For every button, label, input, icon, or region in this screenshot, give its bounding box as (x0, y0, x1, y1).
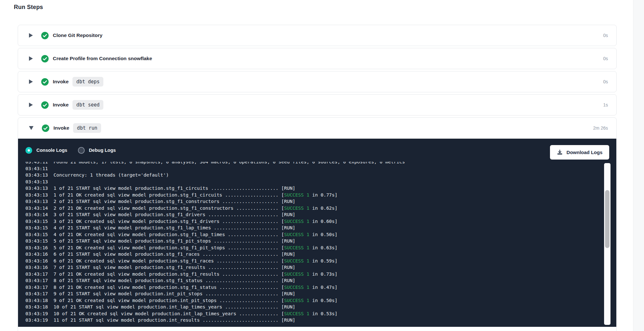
step-duration: 0s (603, 56, 608, 61)
log-line: 03:43:15 4 of 21 OK created sql view mod… (25, 231, 616, 238)
step-command-badge: dbt run (73, 123, 101, 133)
log-timestamp: 03:43:18 (25, 298, 48, 303)
success-check-icon (42, 124, 49, 132)
step-label: Invoke (53, 125, 69, 131)
log-status-success: SUCCESS 1 (284, 219, 309, 224)
chevron-right-icon[interactable] (29, 56, 33, 61)
log-message: 8 of 21 START sql view model production.… (53, 278, 278, 283)
log-line: 03:43:13 (25, 179, 616, 185)
log-line: 03:43:11 (25, 165, 616, 172)
log-timestamp: 03:43:14 (25, 212, 48, 217)
log-line: 03:43:11 Found 21 models, 17 tests, 0 sn… (25, 162, 616, 165)
log-timestamp: 03:43:16 (25, 245, 48, 250)
log-line: 03:43:17 8 of 21 START sql view model pr… (25, 277, 616, 284)
log-timestamp: 03:43:11 (25, 166, 48, 171)
log-status-tail: RUN] (284, 186, 295, 191)
log-line: 03:43:17 9 of 21 START sql view model pr… (25, 290, 616, 297)
log-timestamp: 03:43:17 (25, 291, 48, 296)
step-row[interactable]: Invokedbt seed1s (18, 95, 616, 115)
log-message: 7 of 21 START sql view model production.… (53, 265, 278, 270)
log-message: 11 of 21 START sql view model production… (53, 317, 278, 323)
log-status-tail: RUN] (284, 265, 295, 270)
console-toolbar: Console Logs Debug Logs Download Logs (18, 139, 616, 162)
download-icon (557, 149, 563, 155)
radio-selected-icon[interactable] (25, 147, 32, 154)
step-duration: 0s (603, 33, 608, 38)
log-message: 3 of 21 OK created sql view model produc… (53, 219, 278, 224)
log-timestamp: 03:43:13 (25, 172, 48, 178)
log-scrollbar-track[interactable] (604, 163, 611, 325)
step-row[interactable]: Invokedbt deps0s (18, 71, 616, 92)
console-logs-radio[interactable]: Console Logs (25, 147, 67, 154)
success-check-icon (41, 55, 49, 62)
step-label: Create Profile from Connection snowflake (53, 56, 152, 61)
step-row[interactable]: Invokedbt run2m 26s (18, 118, 616, 138)
log-line: 03:43:16 7 of 21 START sql view model pr… (25, 264, 616, 271)
log-timestamp: 03:43:15 (25, 238, 48, 244)
log-timestamp: 03:43:18 (25, 304, 48, 309)
log-timestamp: 03:43:19 (25, 317, 48, 323)
log-line: 03:43:13 2 of 21 START sql view model pr… (25, 198, 616, 205)
step-card: Invokedbt run2m 26s Console Logs Debug L… (18, 117, 617, 331)
log-message: Found 21 models, 17 tests, 0 snapshots, … (53, 162, 405, 164)
log-message: 6 of 21 OK created sql view model produc… (53, 258, 278, 263)
chevron-right-icon[interactable] (29, 79, 33, 84)
log-message: Concurrency: 1 threads (target='default'… (53, 172, 169, 178)
log-timestamp: 03:43:17 (25, 285, 48, 290)
log-message: 6 of 21 START sql view model production.… (53, 252, 278, 257)
chevron-right-icon[interactable] (29, 103, 33, 107)
log-line: 03:43:13 1 of 21 START sql view model pr… (25, 185, 616, 192)
success-check-icon (41, 101, 49, 109)
log-message: 5 of 21 OK created sql view model produc… (53, 245, 278, 250)
log-message: 10 of 21 OK created sql view model produ… (53, 311, 278, 316)
step-card: Clone Git Repository0s (18, 25, 617, 46)
log-timestamp: 03:43:13 (25, 179, 48, 184)
debug-logs-radio[interactable]: Debug Logs (78, 147, 116, 154)
debug-logs-label: Debug Logs (89, 148, 116, 153)
log-line: 03:43:15 3 of 21 OK created sql view mod… (25, 218, 616, 225)
log-status-tail: in 0.77s] (309, 192, 337, 198)
log-timestamp: 03:43:13 (25, 192, 48, 198)
log-status-tail: RUN] (284, 317, 295, 323)
log-line: 03:43:14 2 of 21 OK created sql view mod… (25, 205, 616, 212)
log-status-tail: in 0.73s] (309, 271, 337, 277)
log-timestamp: 03:43:19 (25, 311, 48, 316)
log-status-tail: RUN] (284, 212, 295, 217)
page-gutter (633, 0, 644, 331)
console-logs-label: Console Logs (36, 148, 67, 153)
log-timestamp: 03:43:16 (25, 258, 48, 263)
log-status-tail: in 0.50s] (309, 232, 337, 237)
log-status-success: SUCCESS 1 (284, 258, 309, 263)
log-timestamp: 03:43:17 (25, 278, 48, 283)
step-card: Invokedbt seed1s (18, 94, 617, 115)
step-command-badge: dbt deps (72, 77, 103, 87)
log-status-tail: in 0.47s] (309, 285, 337, 290)
chevron-right-icon[interactable] (29, 33, 33, 38)
log-status-tail: RUN] (284, 199, 295, 204)
radio-unselected-icon[interactable] (78, 147, 85, 154)
log-status-success: SUCCESS 1 (284, 271, 309, 277)
log-message: 7 of 21 OK created sql view model produc… (53, 271, 278, 277)
log-message: 4 of 21 START sql view model production.… (53, 225, 278, 230)
step-row[interactable]: Create Profile from Connection snowflake… (18, 48, 616, 69)
log-status-tail: RUN] (284, 278, 295, 283)
download-logs-button[interactable]: Download Logs (550, 145, 609, 160)
log-line: 03:43:17 8 of 21 OK created sql view mod… (25, 284, 616, 291)
log-message: 10 of 21 START sql view model production… (53, 304, 278, 309)
chevron-down-icon[interactable] (29, 126, 33, 130)
log-timestamp: 03:43:11 (25, 162, 48, 164)
log-scrollbar-thumb[interactable] (605, 190, 610, 248)
log-status-tail: in 0.60s] (309, 219, 337, 224)
log-line: 03:43:15 5 of 21 START sql view model pr… (25, 238, 616, 244)
log-status-success: SUCCESS 1 (284, 232, 309, 237)
success-check-icon (41, 32, 49, 39)
log-status-tail: in 0.62s] (309, 206, 337, 211)
console-log-output[interactable]: 03:43:11 Found 21 models, 17 tests, 0 sn… (18, 162, 616, 327)
log-status-success: SUCCESS 1 (284, 285, 309, 290)
step-command-badge: dbt seed (72, 100, 103, 110)
log-status-tail: RUN] (284, 238, 295, 244)
log-status-tail: RUN] (284, 291, 295, 296)
log-line: 03:43:16 6 of 21 OK created sql view mod… (25, 258, 616, 264)
step-row[interactable]: Clone Git Repository0s (18, 25, 616, 46)
log-status-success: SUCCESS 1 (284, 311, 309, 316)
